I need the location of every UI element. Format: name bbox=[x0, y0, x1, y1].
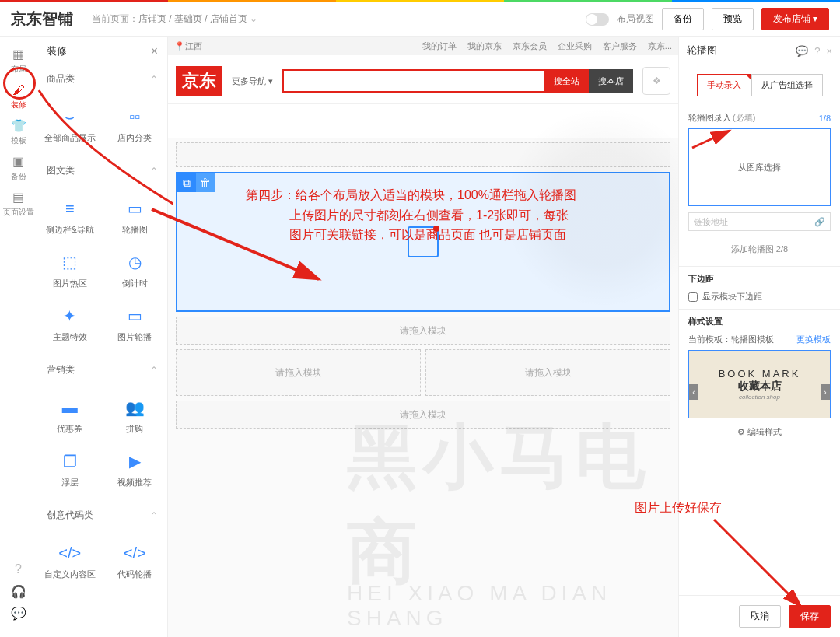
margin-section-title: 下边距 bbox=[688, 273, 831, 285]
change-template-link[interactable]: 更换模板 bbox=[796, 334, 831, 345]
cat-media[interactable]: 图文类⌃ bbox=[37, 158, 167, 184]
comp-float[interactable]: ❐浮层 bbox=[37, 443, 103, 496]
smile-icon: ⌣ bbox=[59, 106, 81, 128]
template-thumbnail[interactable]: ‹ › BOOK MARK 收藏本店 collection shop bbox=[688, 350, 831, 418]
comp-coupon[interactable]: ▬优惠券 bbox=[37, 389, 103, 443]
shirt-icon: 👕 bbox=[12, 119, 26, 133]
nav-service[interactable]: 客户服务 bbox=[603, 40, 637, 52]
save-button[interactable]: 保存 bbox=[789, 605, 831, 628]
close-icon[interactable]: × bbox=[826, 45, 832, 57]
breadcrumb-path[interactable]: 店铺页 / 基础页 / 店铺首页 bbox=[138, 13, 247, 24]
link-input[interactable]: 链接地址🔗 bbox=[688, 212, 831, 231]
nav-orders[interactable]: 我的订单 bbox=[422, 40, 457, 52]
module-slot[interactable]: 请拖入模块 bbox=[176, 401, 670, 429]
comp-countdown[interactable]: ◷倒计时 bbox=[103, 243, 168, 297]
search-input[interactable] bbox=[282, 69, 544, 93]
cat-goods[interactable]: 商品类⌃ bbox=[37, 66, 167, 92]
module-slot-banner[interactable] bbox=[176, 142, 670, 167]
chat-icon[interactable]: 💬 bbox=[12, 606, 26, 620]
delete-icon[interactable]: 🗑 bbox=[196, 173, 215, 192]
chevron-up-icon: ⌃ bbox=[150, 365, 158, 376]
preview-button[interactable]: 预览 bbox=[712, 8, 754, 30]
app-logo: 京东智铺 bbox=[11, 9, 73, 30]
play-icon: ▶ bbox=[124, 450, 145, 472]
comp-theme-fx[interactable]: ✦主题特效 bbox=[37, 297, 103, 351]
nav-biz[interactable]: 企业采购 bbox=[558, 40, 592, 52]
layout-view-toggle[interactable] bbox=[586, 13, 609, 26]
search-all-button[interactable]: 搜全站 bbox=[544, 69, 589, 93]
rail-item-layout[interactable]: ▦布局 bbox=[0, 44, 37, 77]
comp-custom-code[interactable]: </>自定义内容区 bbox=[37, 534, 103, 588]
comment-icon[interactable]: 💬 bbox=[796, 45, 808, 57]
sparkle-icon: ✦ bbox=[59, 305, 81, 327]
copy-icon[interactable]: ⧉ bbox=[177, 173, 196, 192]
rail-item-decorate[interactable]: 🖌装修 bbox=[0, 80, 37, 113]
left-rail: ▦布局 🖌装修 👕模板 ▣备份 ▤页面设置 ? 🎧 💬 bbox=[0, 37, 37, 637]
panel-title: 装修 bbox=[47, 44, 67, 58]
grid-icon: ▫▫ bbox=[124, 106, 145, 128]
rail-item-backup[interactable]: ▣备份 bbox=[0, 152, 37, 184]
inspector-title: 轮播图 bbox=[687, 44, 717, 58]
comp-group[interactable]: 👥拼购 bbox=[103, 389, 168, 443]
help-icon[interactable]: ? bbox=[12, 562, 26, 576]
comp-code-carousel[interactable]: </>代码轮播 bbox=[103, 534, 168, 588]
inspector-panel: 轮播图 💬?× 手动录入 从广告组选择 轮播图录入(必填)1/8 从图库选择 链… bbox=[678, 37, 840, 637]
style-section-title: 样式设置 bbox=[688, 316, 831, 327]
module-slot-half[interactable]: 请拖入模块 bbox=[176, 349, 421, 396]
more-nav-dropdown[interactable]: 更多导航 ▾ bbox=[232, 75, 273, 87]
search-shop-button[interactable]: 搜本店 bbox=[589, 69, 633, 93]
tab-manual[interactable]: 手动录入 bbox=[697, 74, 751, 96]
carousel-count: 1/8 bbox=[819, 114, 831, 123]
show-margin-checkbox[interactable]: 显示模块下边距 bbox=[688, 291, 831, 303]
comp-hotspot[interactable]: ⬚图片热区 bbox=[37, 243, 103, 297]
comp-image-carousel[interactable]: ▭图片轮播 bbox=[103, 297, 168, 351]
module-carousel-selected[interactable]: ⧉ 🗑 bbox=[176, 172, 670, 312]
comp-carousel[interactable]: ▭轮播图 bbox=[103, 190, 168, 243]
choose-from-gallery-button[interactable]: 从图库选择 bbox=[688, 128, 831, 206]
image-icon: ▭ bbox=[124, 305, 145, 327]
chevron-up-icon: ⌃ bbox=[150, 166, 158, 177]
people-icon: 👥 bbox=[124, 397, 145, 418]
code-icon: </> bbox=[124, 542, 145, 564]
nav-myjd[interactable]: 我的京东 bbox=[467, 40, 502, 52]
chevron-left-icon[interactable]: ‹ bbox=[689, 384, 698, 400]
cancel-button[interactable]: 取消 bbox=[739, 605, 781, 628]
grid-icon: ▦ bbox=[12, 47, 26, 61]
comp-all-goods[interactable]: ⌣全部商品展示 bbox=[37, 98, 103, 152]
code-icon: </> bbox=[59, 542, 81, 564]
nav-more[interactable]: 京东... bbox=[648, 40, 672, 52]
close-icon[interactable]: × bbox=[151, 44, 158, 58]
comp-sidebar-nav[interactable]: ≡侧边栏&导航 bbox=[37, 190, 103, 243]
headset-icon[interactable]: 🎧 bbox=[12, 584, 26, 598]
page-icon: ▤ bbox=[12, 191, 26, 205]
module-slot-half[interactable]: 请拖入模块 bbox=[425, 349, 670, 396]
cat-code[interactable]: 创意代码类⌃ bbox=[37, 502, 167, 528]
location-pin[interactable]: 📍江西 bbox=[174, 40, 202, 52]
list-icon: ≡ bbox=[59, 198, 81, 219]
nav-member[interactable]: 京东会员 bbox=[513, 40, 547, 52]
link-icon: 🔗 bbox=[814, 217, 825, 227]
jd-logo: 京东 bbox=[176, 66, 222, 96]
image-placeholder-icon bbox=[408, 226, 439, 257]
cat-marketing[interactable]: 营销类⌃ bbox=[37, 357, 167, 383]
comp-video[interactable]: ▶视频推荐 bbox=[103, 443, 168, 496]
module-slot[interactable]: 请拖入模块 bbox=[176, 317, 670, 345]
chevron-right-icon[interactable]: › bbox=[821, 384, 830, 400]
save-icon: ▣ bbox=[12, 155, 26, 169]
layout-view-label: 布局视图 bbox=[617, 12, 654, 26]
rail-item-template[interactable]: 👕模板 bbox=[0, 116, 37, 149]
help-icon[interactable]: ? bbox=[814, 45, 820, 57]
layers-icon[interactable]: ❖ bbox=[642, 67, 670, 95]
tab-ad-group[interactable]: 从广告组选择 bbox=[751, 74, 823, 96]
component-panel: 装修× 商品类⌃ ⌣全部商品展示 ▫▫店内分类 图文类⌃ ≡侧边栏&导航 ▭轮播… bbox=[37, 37, 168, 637]
edit-style-button[interactable]: ⚙ 编辑样式 bbox=[688, 426, 831, 438]
add-carousel-button[interactable]: 添加轮播图 2/8 bbox=[688, 239, 831, 260]
backup-button[interactable]: 备份 bbox=[662, 8, 704, 30]
publish-button[interactable]: 发布店铺 ▾ bbox=[761, 8, 829, 30]
rail-item-pagesettings[interactable]: ▤页面设置 bbox=[0, 187, 37, 220]
crop-icon: ⬚ bbox=[59, 251, 81, 273]
clock-icon: ◷ bbox=[124, 251, 145, 273]
chevron-up-icon: ⌃ bbox=[150, 510, 158, 521]
carousel-input-label: 轮播图录入 bbox=[688, 112, 731, 124]
comp-category[interactable]: ▫▫店内分类 bbox=[103, 98, 168, 152]
